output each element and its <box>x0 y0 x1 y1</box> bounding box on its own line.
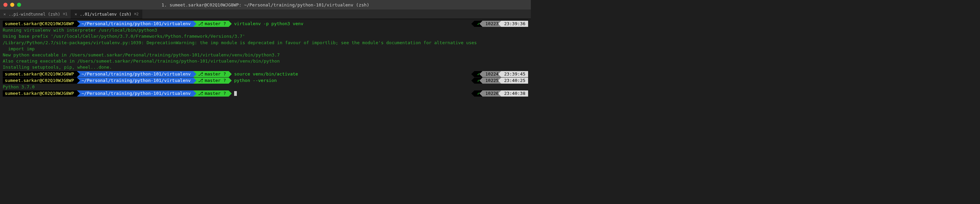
right-status: ✓ 10223 23:39:36 <box>474 21 528 27</box>
right-status: ✓ 10225 23:40:25 <box>474 77 528 84</box>
titlebar: 1. sumeet.sarkar@C02Q10WJG8WP: ~/Persona… <box>0 0 531 9</box>
prompt-path-segment: ~/Personal/training/python-101/virtualen… <box>77 77 194 84</box>
command-text: source venv/bin/activate <box>234 71 298 77</box>
traffic-lights <box>3 3 21 7</box>
close-icon[interactable]: × <box>75 12 77 17</box>
close-icon[interactable]: × <box>3 12 6 17</box>
output-line: Python 3.7.0 <box>3 84 528 90</box>
right-status: ✓ 10224 23:39:45 <box>474 71 528 77</box>
branch-icon: ⎇ <box>198 71 203 77</box>
command-text: virtualenv -p python3 venv <box>234 21 304 27</box>
status-time: 23:39:45 <box>501 71 528 77</box>
prompt-path-segment: ~/Personal/training/python-101/virtualen… <box>77 90 194 96</box>
output-line: Running virtualenv with interpreter /usr… <box>3 27 528 33</box>
window-title: 1. sumeet.sarkar@C02Q10WJG8WP: ~/Persona… <box>162 2 369 8</box>
prompt-line: sumeet.sarkar@C02Q10WJG8WP ~/Personal/tr… <box>3 21 528 27</box>
branch-icon: ⎇ <box>198 90 203 96</box>
prompt-git-segment: ⎇master ? <box>193 21 229 27</box>
status-time: 23:40:38 <box>501 90 528 96</box>
output-line: /Library/Python/2.7/site-packages/virtua… <box>3 40 528 46</box>
tab-shortcut: ⌘2 <box>134 12 138 16</box>
prompt-user-segment: sumeet.sarkar@C02Q10WJG8WP <box>3 71 77 77</box>
maximize-window-button[interactable] <box>17 3 21 7</box>
output-line: Installing setuptools, pip, wheel...done… <box>3 64 528 70</box>
cursor[interactable] <box>234 91 237 96</box>
branch-icon: ⎇ <box>198 77 203 84</box>
tab-virtualenv[interactable]: × ..01/virtualenv (zsh) ⌘2 <box>71 9 142 19</box>
close-window-button[interactable] <box>3 3 8 7</box>
tab-label: ..pi-windtunnel (zsh) <box>8 12 60 17</box>
prompt-user-segment: sumeet.sarkar@C02Q10WJG8WP <box>3 90 77 96</box>
prompt-line: sumeet.sarkar@C02Q10WJG8WP ~/Personal/tr… <box>3 71 528 77</box>
prompt-path-segment: ~/Personal/training/python-101/virtualen… <box>77 71 194 77</box>
prompt-user-segment: sumeet.sarkar@C02Q10WJG8WP <box>3 21 77 27</box>
output-line: Using base prefix '/usr/local/Cellar/pyt… <box>3 33 528 40</box>
prompt-git-segment: ⎇master ? <box>193 77 229 84</box>
tab-windtunnel[interactable]: × ..pi-windtunnel (zsh) ⌘1 <box>0 9 71 19</box>
output-line: import imp <box>3 46 528 52</box>
prompt-path-segment: ~/Personal/training/python-101/virtualen… <box>77 21 194 27</box>
tab-label: ..01/virtualenv (zsh) <box>80 12 131 17</box>
status-time: 23:39:36 <box>501 21 528 27</box>
terminal-content[interactable]: sumeet.sarkar@C02Q10WJG8WP ~/Personal/tr… <box>0 19 531 98</box>
prompt-line: sumeet.sarkar@C02Q10WJG8WP ~/Personal/tr… <box>3 77 528 84</box>
tab-shortcut: ⌘1 <box>63 12 67 16</box>
right-status: ✓ 10226 23:40:38 <box>474 90 528 96</box>
prompt-user-segment: sumeet.sarkar@C02Q10WJG8WP <box>3 77 77 84</box>
prompt-git-segment: ⎇master ? <box>193 90 229 96</box>
prompt-line-current: sumeet.sarkar@C02Q10WJG8WP ~/Personal/tr… <box>3 90 528 96</box>
status-time: 23:40:25 <box>501 77 528 84</box>
branch-icon: ⎇ <box>198 21 203 27</box>
minimize-window-button[interactable] <box>10 3 14 7</box>
output-line: New python executable in /Users/sumeet.s… <box>3 52 528 58</box>
prompt-git-segment: ⎇master ? <box>193 71 229 77</box>
tabbar: × ..pi-windtunnel (zsh) ⌘1 × ..01/virtua… <box>0 9 531 19</box>
command-text: python --version <box>234 77 277 84</box>
output-line: Also creating executable in /Users/sumee… <box>3 58 528 64</box>
